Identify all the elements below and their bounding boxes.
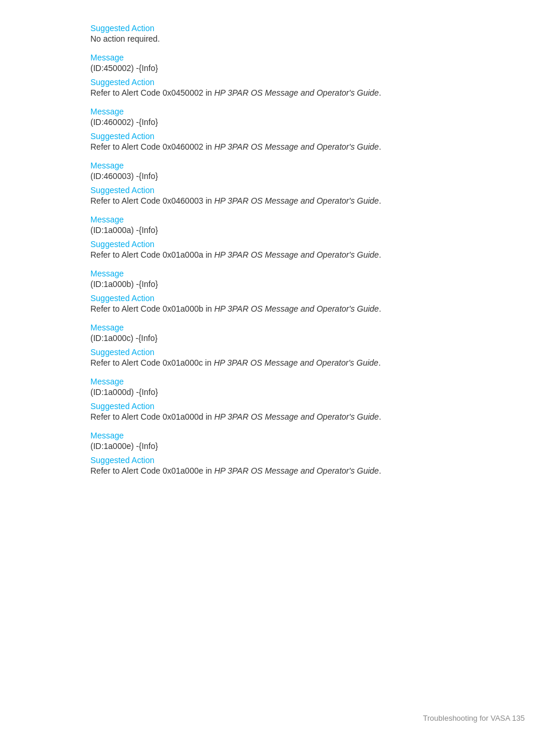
entry-8: Message (ID:1a000d) -{Info} Suggested Ac… xyxy=(90,377,470,421)
suggested-action-label-1: Suggested Action xyxy=(90,23,470,33)
message-text-7: (ID:1a000c) -{Info} xyxy=(90,333,470,343)
message-label-7: Message xyxy=(90,323,470,332)
message-text-6: (ID:1a000b) -{Info} xyxy=(90,279,470,289)
page-footer: Troubleshooting for VASA 135 xyxy=(423,714,525,723)
action-text-5: Refer to Alert Code 0x01a000a in HP 3PAR… xyxy=(90,250,470,259)
message-label-4: Message xyxy=(90,161,470,170)
message-label-9: Message xyxy=(90,431,470,440)
entry-1: Suggested Action No action required. xyxy=(90,23,470,43)
action-text-6: Refer to Alert Code 0x01a000b in HP 3PAR… xyxy=(90,304,470,313)
suggested-action-label-5: Suggested Action xyxy=(90,239,470,249)
message-text-9: (ID:1a000e) -{Info} xyxy=(90,441,470,451)
suggested-action-label-8: Suggested Action xyxy=(90,401,470,411)
page-content: Suggested Action No action required. Mes… xyxy=(0,0,560,532)
entry-9: Message (ID:1a000e) -{Info} Suggested Ac… xyxy=(90,431,470,475)
message-label-2: Message xyxy=(90,53,470,62)
action-text-2: Refer to Alert Code 0x0450002 in HP 3PAR… xyxy=(90,88,470,97)
entry-3: Message (ID:460002) -{Info} Suggested Ac… xyxy=(90,107,470,151)
entry-6: Message (ID:1a000b) -{Info} Suggested Ac… xyxy=(90,269,470,313)
message-label-3: Message xyxy=(90,107,470,116)
action-text-7: Refer to Alert Code 0x01a000c in HP 3PAR… xyxy=(90,358,470,367)
message-label-6: Message xyxy=(90,269,470,278)
suggested-action-label-6: Suggested Action xyxy=(90,293,470,303)
suggested-action-label-4: Suggested Action xyxy=(90,185,470,195)
action-text-8: Refer to Alert Code 0x01a000d in HP 3PAR… xyxy=(90,412,470,421)
entry-5: Message (ID:1a000a) -{Info} Suggested Ac… xyxy=(90,215,470,259)
message-text-4: (ID:460003) -{Info} xyxy=(90,171,470,181)
message-text-3: (ID:460002) -{Info} xyxy=(90,117,470,127)
suggested-action-label-7: Suggested Action xyxy=(90,347,470,357)
message-label-8: Message xyxy=(90,377,470,386)
suggested-action-label-3: Suggested Action xyxy=(90,131,470,141)
action-text-9: Refer to Alert Code 0x01a000e in HP 3PAR… xyxy=(90,466,470,475)
entry-4: Message (ID:460003) -{Info} Suggested Ac… xyxy=(90,161,470,205)
message-text-8: (ID:1a000d) -{Info} xyxy=(90,387,470,397)
action-text-3: Refer to Alert Code 0x0460002 in HP 3PAR… xyxy=(90,142,470,151)
action-text-4: Refer to Alert Code 0x0460003 in HP 3PAR… xyxy=(90,196,470,205)
message-label-5: Message xyxy=(90,215,470,224)
entry-7: Message (ID:1a000c) -{Info} Suggested Ac… xyxy=(90,323,470,367)
action-text-1: No action required. xyxy=(90,34,470,43)
suggested-action-label-9: Suggested Action xyxy=(90,455,470,465)
suggested-action-label-2: Suggested Action xyxy=(90,77,470,87)
message-text-5: (ID:1a000a) -{Info} xyxy=(90,225,470,235)
message-text-2: (ID:450002) -{Info} xyxy=(90,63,470,73)
entry-2: Message (ID:450002) -{Info} Suggested Ac… xyxy=(90,53,470,97)
